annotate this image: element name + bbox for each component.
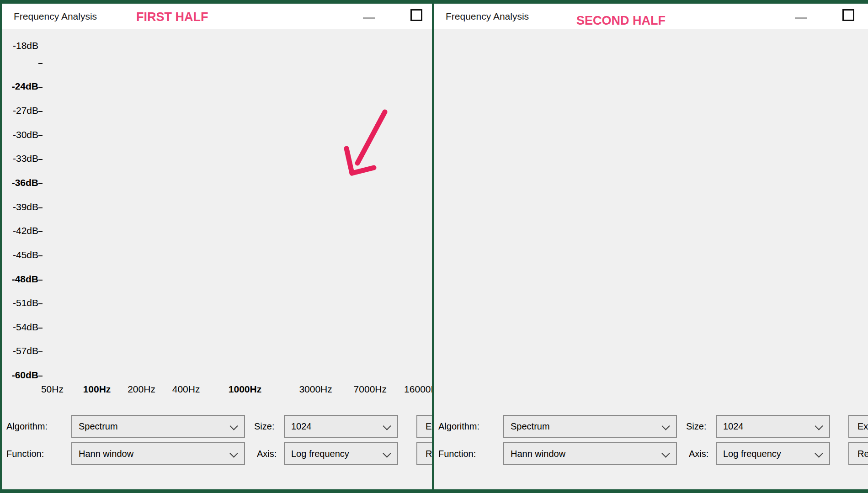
y-axis-tick (38, 351, 43, 352)
window-title: Frequency Analysis (14, 4, 97, 29)
chevron-down-icon (383, 422, 391, 430)
frequency-analysis-window-second-half: Frequency Analysis SECOND HALF Algorithm… (432, 0, 868, 493)
x-axis-label: 1000Hz (229, 384, 261, 395)
window-title: Frequency Analysis (446, 4, 529, 29)
function-label: Function: (438, 442, 476, 465)
chevron-down-icon (815, 422, 823, 430)
algorithm-label: Algorithm: (438, 415, 479, 438)
y-axis-tick (38, 183, 43, 184)
function-label: Function: (6, 442, 44, 465)
window-body: Frequency Analysis SECOND HALF Algorithm… (434, 4, 868, 489)
y-axis-label: -24dB (2, 81, 38, 92)
frequency-analysis-window-first-half: Frequency Analysis FIRST HALF -18dB-24dB… (0, 0, 443, 493)
y-axis-label: -30dB (2, 129, 38, 140)
y-axis-label: -33dB (2, 153, 38, 164)
x-axis-label: 100Hz (83, 384, 111, 395)
y-axis-label: -54dB (2, 322, 38, 333)
y-axis-label: -45dB (2, 249, 38, 260)
y-axis-label: -51dB (2, 297, 38, 308)
y-axis-label: -60dB (2, 370, 38, 381)
function-dropdown[interactable]: Hann window (503, 442, 677, 465)
y-axis-label: -42dB (2, 225, 38, 236)
chevron-down-icon (661, 422, 670, 430)
algorithm-dropdown[interactable]: Spectrum (71, 415, 245, 438)
size-label: Size: (254, 415, 274, 438)
size-dropdown[interactable]: 1024 (716, 415, 830, 438)
maximize-icon[interactable] (842, 9, 854, 21)
y-axis-tick (38, 231, 43, 232)
minimize-icon[interactable] (795, 17, 807, 19)
chevron-down-icon (383, 449, 391, 457)
chevron-down-icon (229, 422, 238, 430)
y-axis-tick (38, 376, 43, 376)
x-axis-label: 3000Hz (299, 384, 332, 395)
titlebar[interactable]: Frequency Analysis FIRST HALF (2, 4, 443, 29)
y-axis-tick (38, 63, 43, 64)
y-axis-label: -48dB (2, 274, 38, 285)
y-axis-tick (38, 328, 43, 329)
export-button[interactable]: Export (848, 415, 868, 438)
chevron-down-icon (661, 449, 670, 457)
analysis-controls: Algorithm: Spectrum Size: 1024 Export Fu… (2, 413, 443, 493)
analysis-controls: Algorithm: Spectrum Size: 1024 Export Fu… (434, 413, 868, 493)
algorithm-dropdown[interactable]: Spectrum (503, 415, 677, 438)
titlebar[interactable]: Frequency Analysis SECOND HALF (434, 4, 868, 29)
y-axis-tick (38, 111, 43, 112)
size-label: Size: (686, 415, 706, 438)
axis-dropdown[interactable]: Log frequency (716, 442, 830, 465)
y-axis-tick (38, 207, 43, 208)
maximize-icon[interactable] (410, 9, 422, 21)
function-dropdown[interactable]: Hann window (71, 442, 245, 465)
annotation-first-half: FIRST HALF (136, 10, 208, 24)
annotation-second-half: SECOND HALF (576, 14, 666, 28)
chevron-down-icon (815, 449, 823, 457)
y-axis-tick (38, 303, 43, 304)
axis-dropdown[interactable]: Log frequency (284, 442, 398, 465)
size-dropdown[interactable]: 1024 (284, 415, 398, 438)
x-axis-label: 7000Hz (354, 384, 387, 395)
spectrum-plot-area[interactable]: -18dB-24dB-27dB-30dB-33dB-36dB-39dB-42dB… (2, 29, 443, 403)
axis-label: Axis: (257, 442, 277, 465)
spectrum-plot-area[interactable] (434, 29, 868, 403)
y-axis-label: -18dB (2, 40, 38, 51)
y-axis-label: -39dB (2, 201, 38, 212)
x-axis-label: 50Hz (41, 384, 64, 395)
replot-button[interactable]: Replot (848, 442, 868, 465)
y-axis-label: -27dB (2, 105, 38, 116)
axis-label: Axis: (689, 442, 708, 465)
y-axis-label: -36dB (2, 177, 38, 188)
y-axis-tick (38, 135, 43, 136)
minimize-icon[interactable] (363, 17, 375, 19)
x-axis-label: 200Hz (128, 384, 155, 395)
y-axis-tick (38, 159, 43, 160)
window-body: Frequency Analysis FIRST HALF -18dB-24dB… (2, 4, 443, 489)
y-axis-label: -57dB (2, 345, 38, 356)
chevron-down-icon (229, 449, 238, 457)
y-axis-tick (38, 280, 43, 281)
algorithm-label: Algorithm: (6, 415, 48, 438)
y-axis-tick (38, 87, 43, 88)
y-axis-tick (38, 255, 43, 256)
x-axis-label: 400Hz (172, 384, 200, 395)
